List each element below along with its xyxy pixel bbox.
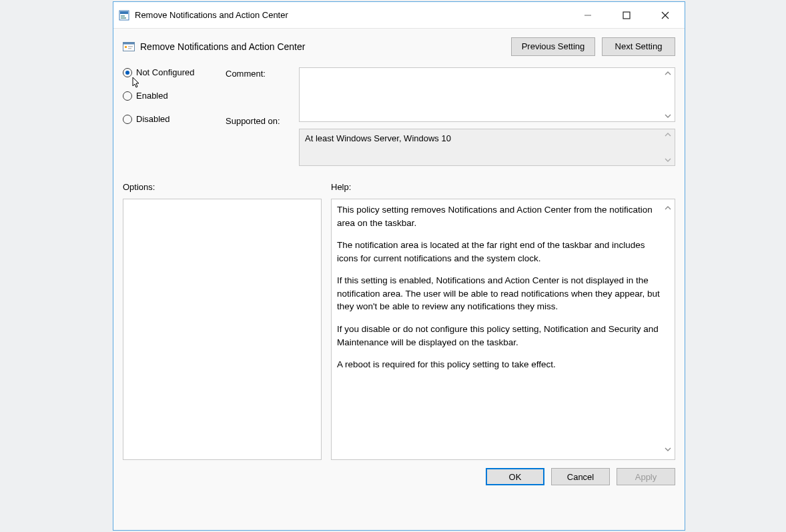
svg-rect-12 [128,48,131,49]
radio-disabled[interactable]: Disabled [123,114,226,124]
supported-on-value: At least Windows Server, Windows 10 [305,133,451,143]
supported-label: Supported on: [226,116,299,126]
scroll-up-icon[interactable] [664,131,673,138]
lower-section: Options: Help: This policy setting remov… [113,166,685,460]
scroll-down-icon[interactable] [664,113,673,119]
policy-icon [119,10,129,21]
options-panel [123,199,322,460]
svg-rect-3 [121,17,126,19]
radio-empty-icon [123,115,132,124]
options-label: Options: [123,182,331,192]
help-text: A reboot is required for this policy set… [337,358,660,371]
svg-rect-10 [125,46,127,48]
help-text: This policy setting removes Notification… [337,203,660,229]
comment-label: Comment: [226,69,299,79]
supported-on-field: At least Windows Server, Windows 10 [299,129,675,166]
help-text: If you disable or do not configure this … [337,323,660,349]
config-grid: Not Configured Enabled Disabled Comment:… [113,58,685,166]
help-text: The notification area is located at the … [337,239,660,265]
header-row: Remove Notifications and Action Center P… [113,29,685,58]
svg-rect-5 [623,12,630,19]
help-label: Help: [331,182,351,192]
dialog-window: Remove Notifications and Action Center [113,1,685,531]
next-setting-button[interactable]: Next Setting [602,37,675,56]
scroll-up-icon[interactable] [664,202,672,215]
radio-empty-icon [123,91,132,101]
content-area: Remove Notifications and Action Center P… [113,29,685,530]
scroll-up-icon[interactable] [664,70,673,77]
radio-label: Not Configured [136,67,194,77]
dialog-footer: OK Cancel Apply [113,460,685,495]
help-text: If this setting is enabled, Notification… [337,274,660,313]
radio-enabled[interactable]: Enabled [123,91,226,101]
radio-label: Enabled [136,91,168,101]
help-panel: This policy setting removes Notification… [331,199,675,460]
apply-button[interactable]: Apply [617,468,675,485]
scroll-down-icon[interactable] [664,443,672,457]
minimize-button[interactable] [568,2,607,28]
radio-dot-icon [123,68,132,77]
setting-icon [123,41,135,53]
setting-title: Remove Notifications and Action Center [140,41,305,52]
svg-rect-1 [120,11,128,14]
ok-button[interactable]: OK [486,468,544,485]
svg-rect-9 [123,42,135,44]
scroll-down-icon[interactable] [664,157,673,163]
cancel-button[interactable]: Cancel [551,468,610,485]
svg-rect-11 [128,46,133,47]
comment-textarea[interactable] [299,67,675,122]
previous-setting-button[interactable]: Previous Setting [511,37,595,56]
window-title: Remove Notifications and Action Center [135,10,288,20]
titlebar: Remove Notifications and Action Center [113,2,685,29]
cursor-icon [132,77,141,89]
maximize-button[interactable] [607,2,646,28]
close-button[interactable] [646,2,685,28]
radio-label: Disabled [136,114,170,124]
radio-not-configured[interactable]: Not Configured [123,67,226,77]
svg-rect-2 [121,15,125,17]
